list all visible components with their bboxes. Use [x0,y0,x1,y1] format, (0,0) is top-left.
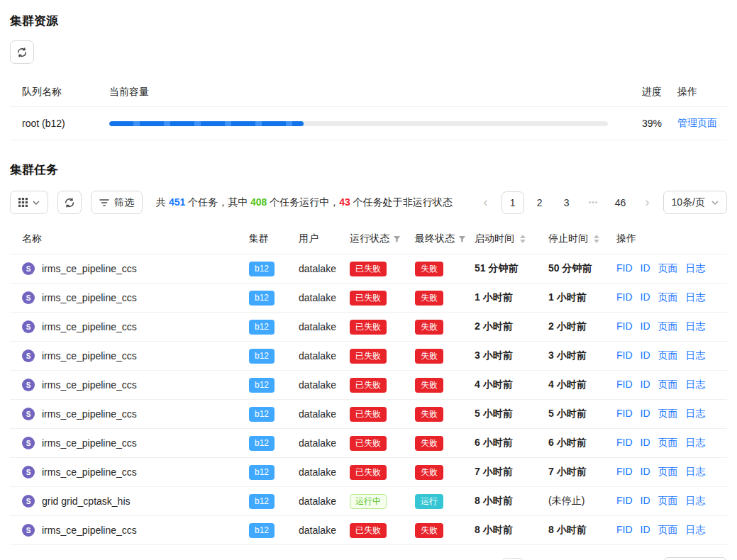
filter-funnel-icon[interactable] [393,235,401,243]
id-link[interactable]: ID [641,466,650,478]
id-link[interactable]: ID [641,495,650,508]
page-button-2[interactable]: 2 [528,191,551,214]
id-link[interactable]: ID [641,408,650,420]
page-link[interactable]: 页面 [658,349,678,362]
task-user: datalake [299,379,350,391]
page-link[interactable]: 页面 [658,524,678,537]
manage-page-link[interactable]: 管理页面 [677,117,717,128]
tasks-table-header: 名称 集群 用户 运行状态 最终状态 启动时间 停止时间 [10,224,727,254]
page-button-3[interactable]: 3 [555,558,578,560]
task-stop-time: 7 小时前 [548,466,616,478]
table-row: S irms_ce_pipeline_ccs b12 datalake 已失败 … [10,313,727,342]
fid-link[interactable]: FID [616,349,633,362]
page-link[interactable]: 页面 [658,408,678,420]
sort-icon[interactable] [594,235,599,243]
task-name: irms_ce_pipeline_ccs [42,525,137,536]
resources-table-row: root (b12) 39% 管理页面 [10,107,727,140]
cluster-tag: b12 [249,320,275,335]
page-size-select[interactable]: 10条/页 [663,557,727,560]
spark-avatar: S [22,524,35,537]
run-status-badge: 已失败 [350,320,387,335]
log-link[interactable]: 日志 [686,466,706,478]
log-link[interactable]: 日志 [686,408,706,420]
id-link[interactable]: ID [641,379,650,391]
resources-refresh-button[interactable] [10,40,34,64]
next-page-button[interactable]: › [636,558,659,560]
page-link[interactable]: 页面 [658,437,678,449]
table-row: S irms_ce_pipeline_ccs b12 datalake 已失败 … [10,458,727,487]
task-name: irms_ce_pipeline_ccs [42,350,137,362]
run-status-badge: 已失败 [350,436,387,451]
run-status-badge: 已失败 [350,523,387,538]
task-stop-time: 8 小时前 [548,524,616,537]
fid-link[interactable]: FID [616,408,633,420]
chevron-down-icon [711,201,719,205]
summary-stopped-count: 43 [339,196,350,208]
log-link[interactable]: 日志 [686,349,706,362]
tasks-refresh-button[interactable] [57,191,82,214]
log-link[interactable]: 日志 [686,524,706,537]
prev-page-button[interactable]: ‹ [475,191,497,214]
fid-link[interactable]: FID [616,262,633,275]
id-link[interactable]: ID [641,437,650,449]
final-status-badge: 失败 [415,436,443,451]
queue-progress-fill [109,121,304,126]
log-link[interactable]: 日志 [686,262,706,275]
log-link[interactable]: 日志 [686,437,706,449]
page-link[interactable]: 页面 [658,320,678,333]
id-link[interactable]: ID [641,291,650,304]
task-name: irms_ce_pipeline_ccs [42,321,137,332]
page-size-select[interactable]: 10条/页 [663,191,727,214]
filter-funnel-icon[interactable] [458,235,466,243]
page-link[interactable]: 页面 [658,495,678,508]
table-row: S irms_ce_pipeline_ccs b12 datalake 已失败 … [10,429,727,458]
page-button-46[interactable]: 46 [609,191,632,214]
summary-total-count: 451 [169,196,185,208]
header-final-status: 最终状态 [415,233,475,245]
log-link[interactable]: 日志 [686,495,706,508]
prev-page-button[interactable]: ‹ [475,558,497,560]
log-link[interactable]: 日志 [686,379,706,391]
page-link[interactable]: 页面 [658,379,678,391]
column-settings-button[interactable] [10,191,48,214]
page-button-2[interactable]: 2 [528,558,551,560]
page-link[interactable]: 页面 [658,291,678,304]
log-link[interactable]: 日志 [686,320,706,333]
id-link[interactable]: ID [641,524,650,537]
header-start-time: 启动时间 [475,233,548,245]
fid-link[interactable]: FID [616,495,633,508]
header-progress: 进度 [618,86,662,99]
page-link[interactable]: 页面 [658,466,678,478]
id-link[interactable]: ID [641,262,650,275]
bottom-bar: ‹ 1 2 3 ••• 46 › 10条/页 [10,557,727,560]
fid-link[interactable]: FID [616,320,633,333]
next-page-button[interactable]: › [636,191,659,214]
run-status-badge: 已失败 [350,407,387,422]
page-button-1[interactable]: 1 [502,558,524,560]
table-row: S irms_ce_pipeline_ccs b12 datalake 已失败 … [10,254,727,284]
sort-icon[interactable] [520,235,526,243]
filter-button[interactable]: 筛选 [91,191,143,214]
task-stop-time: 50 分钟前 [548,262,616,275]
task-name: irms_ce_pipeline_ccs [42,263,137,274]
run-status-badge: 已失败 [350,291,387,306]
log-link[interactable]: 日志 [686,291,706,304]
refresh-icon [17,47,27,57]
refresh-icon [65,198,74,208]
header-name: 名称 [10,233,249,245]
task-user: datalake [299,321,350,332]
id-link[interactable]: ID [641,320,650,333]
fid-link[interactable]: FID [616,291,633,304]
fid-link[interactable]: FID [616,524,633,537]
page-ellipsis[interactable]: ••• [582,191,605,214]
fid-link[interactable]: FID [616,466,633,478]
page-ellipsis[interactable]: ••• [582,558,605,560]
fid-link[interactable]: FID [616,437,633,449]
page-button-3[interactable]: 3 [555,191,578,214]
page-button-46[interactable]: 46 [609,558,632,560]
page-link[interactable]: 页面 [658,262,678,275]
page-button-1[interactable]: 1 [502,191,524,214]
task-start-time: 1 小时前 [475,291,548,304]
id-link[interactable]: ID [641,349,650,362]
fid-link[interactable]: FID [616,379,633,391]
